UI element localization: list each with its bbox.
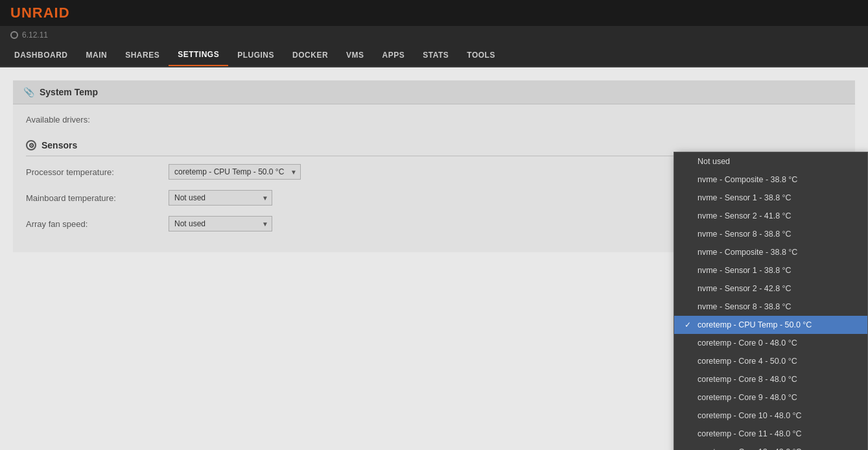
array-fan-select-wrapper[interactable]: Not used ▼	[169, 216, 272, 231]
clip-icon: 📎	[23, 87, 34, 97]
dropdown-label-14: coretemp - Core 10 - 48.0 °C	[698, 411, 802, 420]
dropdown-item-1[interactable]: nvme - Composite - 38.8 °C	[674, 171, 867, 189]
nav-item-tools[interactable]: TOOLS	[458, 44, 504, 66]
processor-temp-select[interactable]: coretemp - CPU Temp - 50.0 °C	[169, 164, 301, 180]
dropdown-item-7[interactable]: nvme - Sensor 2 - 42.8 °C	[674, 279, 867, 298]
dropdown-item-5[interactable]: nvme - Composite - 38.8 °C	[674, 243, 867, 261]
nav-item-dashboard[interactable]: DASHBOARD	[5, 44, 77, 66]
dropdown-item-8[interactable]: nvme - Sensor 8 - 38.8 °C	[674, 298, 867, 316]
dropdown-item-14[interactable]: coretemp - Core 10 - 48.0 °C	[674, 407, 867, 425]
dropdown-label-4: nvme - Sensor 8 - 38.8 °C	[698, 230, 792, 239]
nav-item-vms[interactable]: VMS	[337, 44, 373, 66]
dropdown-label-10: coretemp - Core 0 - 48.0 °C	[698, 338, 797, 348]
version-bar: 6.12.11	[0, 26, 868, 44]
mainboard-temp-label: Mainboard temperature:	[26, 193, 156, 203]
array-fan-select[interactable]: Not used	[169, 216, 272, 231]
dropdown-item-10[interactable]: coretemp - Core 0 - 48.0 °C	[674, 334, 867, 352]
version-icon	[10, 31, 18, 39]
dropdown-label-12: coretemp - Core 8 - 48.0 °C	[698, 375, 797, 384]
nav-item-settings[interactable]: SETTINGS	[169, 44, 228, 66]
dropdown-item-15[interactable]: coretemp - Core 11 - 48.0 °C	[674, 425, 867, 443]
dropdown-item-2[interactable]: nvme - Sensor 1 - 38.8 °C	[674, 189, 867, 207]
dropdown-check-9: ✓	[685, 320, 694, 329]
processor-temp-label: Processor temperature:	[26, 167, 156, 177]
app-logo: UNRAID	[10, 5, 70, 21]
dropdown-label-3: nvme - Sensor 2 - 41.8 °C	[698, 211, 792, 220]
processor-temp-select-wrapper[interactable]: coretemp - CPU Temp - 50.0 °C ▼	[169, 164, 301, 180]
dropdown-label-13: coretemp - Core 9 - 48.0 °C	[698, 393, 797, 402]
dropdown-item-4[interactable]: nvme - Sensor 8 - 38.8 °C	[674, 225, 867, 243]
dropdown-label-11: coretemp - Core 4 - 50.0 °C	[698, 357, 797, 366]
mainboard-temp-select-wrapper[interactable]: Not used ▼	[169, 190, 272, 206]
sensor-dropdown[interactable]: Not usednvme - Composite - 38.8 °Cnvme -…	[674, 152, 868, 450]
section-title: System Temp	[40, 87, 98, 97]
array-fan-label: Array fan speed:	[26, 219, 156, 229]
nav-bar: DASHBOARDMAINSHARESSETTINGSPLUGINSDOCKER…	[0, 44, 868, 67]
nav-item-plugins[interactable]: PLUGINS	[228, 44, 283, 66]
sensors-gear-icon: ⚙	[26, 140, 36, 150]
dropdown-label-7: nvme - Sensor 2 - 42.8 °C	[698, 284, 792, 293]
available-drivers-label: Available drivers:	[26, 115, 156, 124]
dropdown-item-3[interactable]: nvme - Sensor 2 - 41.8 °C	[674, 207, 867, 225]
nav-item-docker[interactable]: DOCKER	[283, 44, 337, 66]
nav-item-shares[interactable]: SHARES	[116, 44, 169, 66]
dropdown-label-1: nvme - Composite - 38.8 °C	[698, 175, 797, 184]
dropdown-label-0: Not used	[698, 157, 730, 166]
dropdown-label-5: nvme - Composite - 38.8 °C	[698, 248, 797, 257]
nav-item-main[interactable]: MAIN	[77, 44, 117, 66]
sensors-title: Sensors	[41, 140, 77, 150]
content-area: 📎 System Temp Available drivers: ⚙ Senso…	[0, 67, 868, 450]
dropdown-label-9: coretemp - CPU Temp - 50.0 °C	[698, 320, 812, 329]
nav-item-stats[interactable]: STATS	[414, 44, 458, 66]
dropdown-item-0[interactable]: Not used	[674, 152, 867, 171]
version-text: 6.12.11	[22, 30, 48, 40]
dropdown-label-15: coretemp - Core 11 - 48.0 °C	[698, 429, 802, 438]
dropdown-label-16: coretemp - Core 12 - 43.0 °C	[698, 447, 802, 450]
mainboard-temp-select[interactable]: Not used	[169, 190, 272, 206]
dropdown-item-12[interactable]: coretemp - Core 8 - 48.0 °C	[674, 370, 867, 388]
dropdown-item-11[interactable]: coretemp - Core 4 - 50.0 °C	[674, 352, 867, 370]
dropdown-label-6: nvme - Sensor 1 - 38.8 °C	[698, 266, 792, 275]
available-drivers-row: Available drivers:	[26, 115, 842, 124]
dropdown-label-8: nvme - Sensor 8 - 38.8 °C	[698, 302, 792, 311]
dropdown-item-16[interactable]: coretemp - Core 12 - 43.0 °C	[674, 443, 867, 450]
section-header: 📎 System Temp	[13, 80, 855, 104]
dropdown-item-9[interactable]: ✓coretemp - CPU Temp - 50.0 °C	[674, 316, 867, 334]
top-bar: UNRAID	[0, 0, 868, 26]
dropdown-label-2: nvme - Sensor 1 - 38.8 °C	[698, 193, 792, 202]
nav-item-apps[interactable]: APPS	[373, 44, 414, 66]
dropdown-item-13[interactable]: coretemp - Core 9 - 48.0 °C	[674, 388, 867, 407]
dropdown-item-6[interactable]: nvme - Sensor 1 - 38.8 °C	[674, 261, 867, 279]
